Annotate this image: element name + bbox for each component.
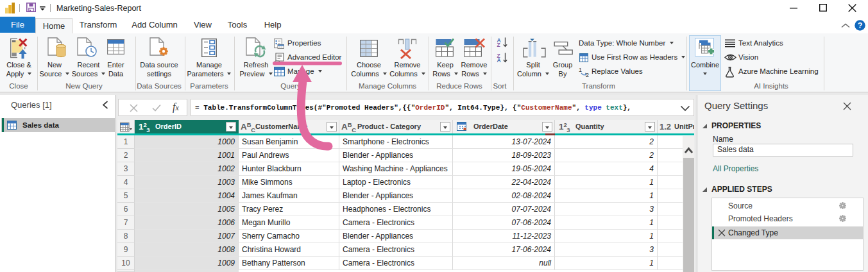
svg-text:A: A — [497, 57, 501, 64]
svg-text:1: 1 — [579, 67, 582, 73]
svg-text:2: 2 — [586, 72, 589, 77]
svg-text:?: ? — [858, 21, 863, 30]
svg-text:Z: Z — [497, 42, 500, 48]
